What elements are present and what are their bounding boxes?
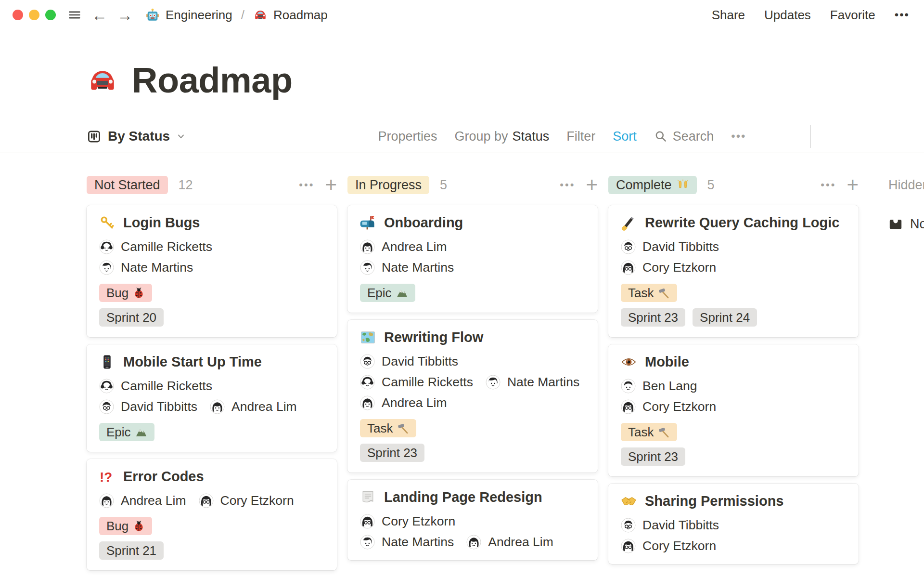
breadcrumb-item-engineering[interactable]: Engineering <box>145 8 232 23</box>
tag-row: Sprint 23 <box>621 447 846 466</box>
chevron-down-icon <box>176 131 186 141</box>
column-complete: Complete 5 ••• + Rewrite Query Caching L… <box>608 175 859 564</box>
assignee-name: David Tibbitts <box>642 239 719 254</box>
card-title: Rewriting Flow <box>360 329 585 345</box>
updates-button[interactable]: Updates <box>764 8 811 23</box>
tag-label: Sprint 23 <box>628 449 678 464</box>
new-button[interactable]: New <box>763 125 832 148</box>
column-more-icon[interactable]: ••• <box>821 179 836 191</box>
tag-row: Sprint 23 <box>360 444 585 462</box>
column-count: 12 <box>179 178 193 193</box>
favorite-button[interactable]: Favorite <box>830 8 875 23</box>
column-add-icon[interactable]: + <box>847 177 859 193</box>
back-arrow-icon[interactable]: ← <box>91 7 107 23</box>
assignee: Andrea Lim <box>99 493 186 508</box>
assignee: Ben Lang <box>621 379 697 394</box>
avatar <box>99 399 114 414</box>
group-by-button[interactable]: Group by Status <box>455 129 550 144</box>
column-status-badge[interactable]: Complete <box>608 176 697 194</box>
minimize-window-button[interactable] <box>29 10 39 20</box>
phone-icon <box>99 354 115 370</box>
column-count: 5 <box>440 178 447 193</box>
card-title: Sharing Permissions <box>621 493 846 509</box>
assignee: Cory Etzkorn <box>621 260 716 275</box>
card-title-text: Onboarding <box>384 215 463 231</box>
tag-label: Bug <box>106 286 128 301</box>
tag-badge: Bug <box>99 517 152 535</box>
avatar <box>621 239 636 254</box>
view-switcher[interactable]: By Status <box>87 129 186 144</box>
card-title-text: Error Codes <box>123 469 204 485</box>
breadcrumb-label: Engineering <box>166 8 232 23</box>
card-title-text: Rewriting Flow <box>384 329 483 345</box>
assignee-name: Ben Lang <box>642 379 697 394</box>
assignee: Nate Martins <box>360 535 454 550</box>
column-more-icon[interactable]: ••• <box>560 179 575 191</box>
avatar <box>99 239 114 254</box>
column-status-badge[interactable]: In Progress <box>347 176 429 194</box>
zoom-window-button[interactable] <box>45 10 56 20</box>
board-card[interactable]: Landing Page RedesignCory EtzkornNate Ma… <box>347 480 598 560</box>
card-title-text: Landing Page Redesign <box>384 489 542 505</box>
avatar <box>621 260 636 275</box>
forward-arrow-icon[interactable]: → <box>117 7 133 23</box>
board-card[interactable]: OnboardingAndrea LimNate MartinsEpic <box>347 205 598 313</box>
assignee-row: David TibbittsAndrea Lim <box>99 399 324 414</box>
assignee: Andrea Lim <box>466 535 553 550</box>
properties-button[interactable]: Properties <box>378 129 437 144</box>
hidden-group-no-status[interactable]: No <box>888 217 924 232</box>
assignee: Camille Ricketts <box>99 379 212 394</box>
assignee-name: Cory Etzkorn <box>382 514 455 529</box>
board-card[interactable]: Rewrite Query Caching LogicDavid Tibbitt… <box>608 205 859 337</box>
view-toolbar: By Status Properties Group by Status Fil… <box>0 125 924 153</box>
assignee: Cory Etzkorn <box>199 493 294 508</box>
assignee-row: Camille RickettsNate Martins <box>360 375 585 390</box>
column-more-icon[interactable]: ••• <box>299 179 314 191</box>
mountain-icon <box>135 426 147 438</box>
assignee: David Tibbitts <box>360 354 458 369</box>
assignee: Cory Etzkorn <box>360 514 455 529</box>
traffic-lights <box>13 10 56 20</box>
tag-label: Epic <box>367 286 392 301</box>
ladybug-icon <box>133 520 145 532</box>
column-status-badge[interactable]: Not Started <box>87 176 168 194</box>
tag-badge: Task <box>360 419 416 437</box>
board-view-icon <box>87 129 102 144</box>
board-card[interactable]: Rewriting FlowDavid TibbittsCamille Rick… <box>347 320 598 473</box>
card-title-text: Mobile <box>645 354 689 370</box>
board-card[interactable]: MobileBen LangCory EtzkornTaskSprint 23 <box>608 344 859 476</box>
new-button-label[interactable]: New <box>763 125 810 148</box>
tag-badge: Sprint 23 <box>621 447 685 466</box>
column-add-icon[interactable]: + <box>586 177 598 193</box>
assignee-row: Cory Etzkorn <box>621 399 846 414</box>
more-options-icon[interactable]: ••• <box>895 8 910 22</box>
new-dropdown-button[interactable] <box>810 125 832 148</box>
tag-label: Sprint 21 <box>106 543 156 558</box>
board-card[interactable]: Sharing PermissionsDavid TibbittsCory Et… <box>608 484 859 564</box>
column-cards: OnboardingAndrea LimNate MartinsEpicRewr… <box>347 205 598 560</box>
hidden-groups-label[interactable]: Hidden <box>888 175 924 195</box>
column-status-label: Complete <box>616 178 672 193</box>
tag-badge: Sprint 24 <box>693 308 757 327</box>
close-window-button[interactable] <box>13 10 23 20</box>
assignee-row: David Tibbitts <box>360 354 585 369</box>
board-card[interactable]: Login BugsCamille RickettsNate MartinsBu… <box>87 205 337 337</box>
toolbar-more-icon[interactable]: ••• <box>731 130 746 143</box>
assignee: Cory Etzkorn <box>621 539 716 553</box>
share-button[interactable]: Share <box>712 8 745 23</box>
board-card[interactable]: !?Error CodesAndrea LimCory EtzkornBugSp… <box>87 459 337 570</box>
sort-button[interactable]: Sort <box>613 129 637 144</box>
avatar <box>199 493 214 508</box>
view-name: By Status <box>108 129 170 144</box>
tag-label: Sprint 23 <box>628 310 678 325</box>
avatar <box>621 518 636 533</box>
hamburger-menu-icon[interactable] <box>67 8 82 22</box>
search-button[interactable]: Search <box>654 129 714 144</box>
avatar <box>621 539 636 553</box>
filter-button[interactable]: Filter <box>566 129 595 144</box>
breadcrumb-item-roadmap[interactable]: Roadmap <box>253 8 328 23</box>
assignee: Nate Martins <box>360 260 454 275</box>
assignee-name: Nate Martins <box>121 260 193 275</box>
board-card[interactable]: Mobile Start Up TimeCamille RickettsDavi… <box>87 344 337 452</box>
column-add-icon[interactable]: + <box>325 177 337 193</box>
